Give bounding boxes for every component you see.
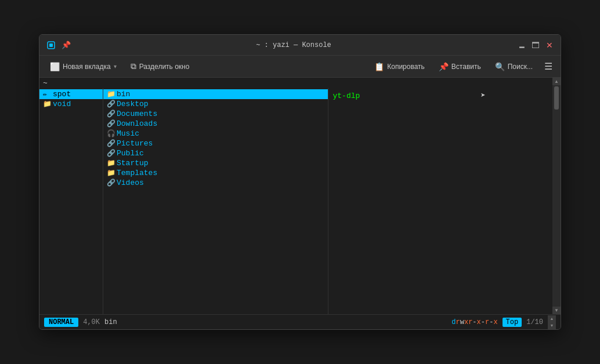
middle-item-templates[interactable]: 📁 Templates xyxy=(103,168,328,178)
svg-rect-1 xyxy=(49,43,53,47)
position-label: Top xyxy=(503,318,522,327)
statusbar-scroll-buttons: ▲ ▼ xyxy=(548,315,556,329)
left-panel-content: ✏ spot 📁 void xyxy=(39,88,103,314)
hamburger-icon: ☰ xyxy=(544,61,552,72)
link-documents-icon: 🔗 xyxy=(107,110,115,118)
app-icon xyxy=(45,39,57,51)
perm-d: d xyxy=(451,318,456,326)
minimize-button[interactable]: 🗕 xyxy=(516,40,527,50)
copy-button[interactable]: 📋 Копировать xyxy=(368,60,431,74)
right-panel: yt-dlp ➤ xyxy=(328,88,553,314)
pin-icon[interactable]: 📌 xyxy=(62,41,71,50)
pencil-icon: ✏ xyxy=(43,90,51,99)
position-counter: 1/10 xyxy=(526,318,543,326)
window-title: ~ : yazi — Konsole xyxy=(71,41,516,49)
left-panel: ✏ spot 📁 void xyxy=(39,88,103,314)
middle-item-downloads[interactable]: 🔗 Downloads xyxy=(103,119,328,129)
middle-item-desktop[interactable]: 🔗 Desktop xyxy=(103,99,328,109)
main-window: 📌 ~ : yazi — Konsole 🗕 🗖 ✕ ⬜ Новая вклад… xyxy=(39,34,561,330)
perm-dash1: - xyxy=(472,318,476,326)
statusbar-scroll-up[interactable]: ▲ xyxy=(548,315,556,322)
paste-icon: 📌 xyxy=(439,62,449,71)
toolbar: ⬜ Новая вкладка ▾ ⧉ Разделить окно 📋 Коп… xyxy=(39,56,561,78)
folder-icon: 📁 xyxy=(43,100,51,108)
maximize-button[interactable]: 🗖 xyxy=(530,40,541,50)
dropdown-arrow-icon: ▾ xyxy=(114,63,117,70)
middle-item-videos[interactable]: 🔗 Videos xyxy=(103,178,328,188)
preview-item-ytdlp: yt-dlp xyxy=(333,92,360,100)
close-icon: ✕ xyxy=(546,41,553,50)
scrollbar-thumb[interactable] xyxy=(554,86,559,110)
middle-panel: 📁 bin 🔗 Desktop 🔗 Documents 🔗 xyxy=(103,88,328,314)
file-manager: ~ ✏ spot 📁 void xyxy=(39,78,561,314)
perm-dash2: - xyxy=(481,318,485,326)
perm-r1: r xyxy=(456,318,460,326)
scrollbar-track xyxy=(552,85,561,307)
middle-item-pictures[interactable]: 🔗 Pictures xyxy=(103,139,328,148)
cursor-icon: ➤ xyxy=(480,90,485,100)
middle-item-public[interactable]: 🔗 Public xyxy=(103,148,328,158)
titlebar: 📌 ~ : yazi — Konsole 🗕 🗖 ✕ xyxy=(39,35,561,56)
left-item-void[interactable]: 📁 void xyxy=(39,99,103,109)
perm-w1: w xyxy=(460,318,464,326)
maximize-icon: 🗖 xyxy=(532,41,540,50)
scroll-down-button[interactable]: ▼ xyxy=(552,307,561,314)
file-permissions: drwxr-x-r-x xyxy=(451,318,497,326)
left-item-spot[interactable]: ✏ spot xyxy=(39,89,103,99)
perm-x3: x xyxy=(493,318,497,326)
minimize-icon: 🗕 xyxy=(518,41,526,50)
new-tab-button[interactable]: ⬜ Новая вкладка ▾ xyxy=(44,60,122,74)
music-icon: 🎧 xyxy=(107,129,115,138)
perm-x2: x xyxy=(477,318,481,326)
middle-item-bin[interactable]: 📁 bin xyxy=(103,89,328,99)
status-right-section: drwxr-x-r-x Top 1/10 ▲ ▼ xyxy=(451,315,556,329)
titlebar-left: 📌 xyxy=(45,39,71,51)
window-controls: 🗕 🗖 ✕ xyxy=(516,40,555,50)
middle-item-documents[interactable]: 🔗 Documents xyxy=(103,109,328,119)
main-area: ~ ✏ spot 📁 void xyxy=(39,78,561,314)
search-button[interactable]: 🔍 Поиск... xyxy=(489,60,538,74)
preview-content: yt-dlp ➤ xyxy=(328,88,553,314)
menu-button[interactable]: ☰ xyxy=(541,59,556,74)
mode-badge: NORMAL xyxy=(44,318,78,327)
link-downloads-icon: 🔗 xyxy=(107,119,115,128)
folder-templates-icon: 📁 xyxy=(107,169,115,177)
search-icon: 🔍 xyxy=(495,62,505,71)
outer-scrollbar[interactable]: ▲ ▼ xyxy=(552,78,561,314)
paste-button[interactable]: 📌 Вставить xyxy=(433,60,487,74)
folder-bin-icon: 📁 xyxy=(107,90,115,99)
new-tab-icon: ⬜ xyxy=(50,62,60,71)
file-size: 4,0K xyxy=(83,318,100,326)
link-videos-icon: 🔗 xyxy=(107,179,115,187)
link-desktop-icon: 🔗 xyxy=(107,100,115,108)
link-pictures-icon: 🔗 xyxy=(107,139,115,148)
scroll-up-button[interactable]: ▲ xyxy=(552,78,561,85)
middle-panel-content: 📁 bin 🔗 Desktop 🔗 Documents 🔗 xyxy=(103,88,328,314)
breadcrumb: ~ xyxy=(43,78,48,89)
folder-startup-icon: 📁 xyxy=(107,159,115,168)
current-file-name: bin xyxy=(104,318,117,326)
split-icon: ⧉ xyxy=(131,61,136,71)
close-button[interactable]: ✕ xyxy=(544,40,555,50)
statusbar: NORMAL 4,0K bin drwxr-x-r-x Top 1/10 ▲ ▼ xyxy=(39,314,561,329)
link-public-icon: 🔗 xyxy=(107,149,115,158)
middle-item-music[interactable]: 🎧 Music xyxy=(103,129,328,139)
copy-icon: 📋 xyxy=(374,62,384,71)
statusbar-scroll-down[interactable]: ▼ xyxy=(548,322,556,329)
middle-item-startup[interactable]: 📁 Startup xyxy=(103,158,328,168)
split-window-button[interactable]: ⧉ Разделить окно xyxy=(125,59,196,74)
